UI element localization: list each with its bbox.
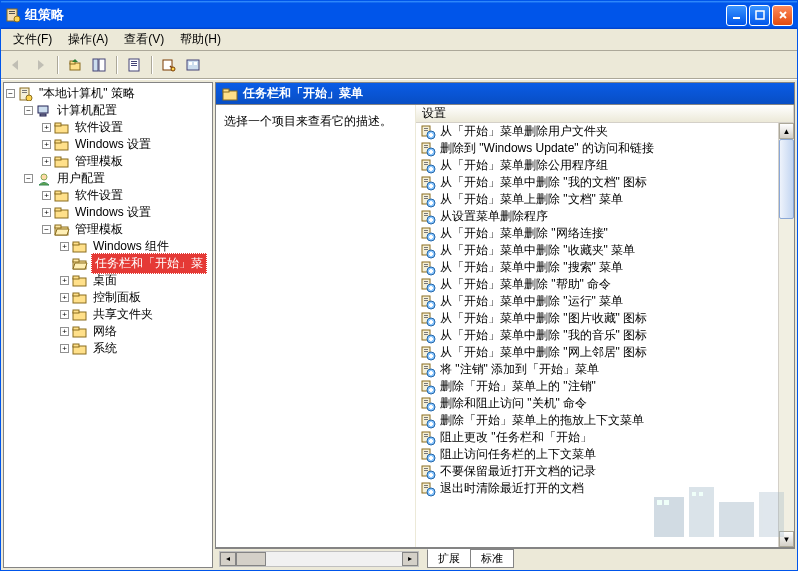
properties-button[interactable] <box>123 54 145 76</box>
tree-expander[interactable]: + <box>60 293 69 302</box>
svg-rect-157 <box>430 405 432 409</box>
tree-expander[interactable]: − <box>24 174 33 183</box>
tree-node-computer[interactable]: −计算机配置 <box>24 102 210 119</box>
tree-expander[interactable]: + <box>42 140 51 149</box>
scroll-up-button[interactable]: ▲ <box>779 123 794 139</box>
setting-icon <box>420 447 436 463</box>
tree-pane[interactable]: −"本地计算机" 策略−计算机配置+软件设置+Windows 设置+管理模板−用… <box>3 82 213 568</box>
tree-node-user[interactable]: −用户配置 <box>24 170 210 187</box>
tree-node-user-admin[interactable]: −管理模板 <box>42 221 210 238</box>
list-item-label: 从「开始」菜单删除 "网络连接" <box>440 225 608 242</box>
list-item[interactable]: 退出时清除最近打开的文档 <box>416 480 794 497</box>
scroll-right-button[interactable]: ▸ <box>402 552 418 566</box>
svg-rect-111 <box>424 281 428 282</box>
list-item[interactable]: 从「开始」菜单删除用户文件夹 <box>416 123 794 140</box>
maximize-button[interactable] <box>749 5 770 26</box>
policy-icon <box>18 87 34 101</box>
tab-extended[interactable]: 扩展 <box>427 549 471 568</box>
template-button[interactable] <box>182 54 204 76</box>
list-item[interactable]: 从「开始」菜单中删除 "搜索" 菜单 <box>416 259 794 276</box>
tree-expander[interactable]: − <box>24 106 33 115</box>
tree-node-user-windows[interactable]: +Windows 设置 <box>42 204 210 221</box>
folder-icon <box>54 223 70 237</box>
column-header-setting[interactable]: 设置 <box>416 105 794 122</box>
svg-rect-177 <box>424 468 428 469</box>
list-item[interactable]: 阻止访问任务栏的上下文菜单 <box>416 446 794 463</box>
tree-node-comp-1[interactable]: +Windows 设置 <box>42 136 210 153</box>
tree-node-root[interactable]: −"本地计算机" 策略 <box>6 85 210 102</box>
list-item[interactable]: 从「开始」菜单中删除 "运行" 菜单 <box>416 293 794 310</box>
svg-rect-117 <box>424 298 428 299</box>
svg-rect-112 <box>424 283 428 284</box>
list-item-label: 从「开始」菜单中删除 "网上邻居" 图标 <box>440 344 647 361</box>
detail-title: 任务栏和「开始」菜单 <box>243 85 363 102</box>
scroll-thumb-h[interactable] <box>236 552 266 566</box>
scroll-left-button[interactable]: ◂ <box>220 552 236 566</box>
list-item[interactable]: 删除和阻止访问 "关机" 命令 <box>416 395 794 412</box>
list-item[interactable]: 不要保留最近打开文档的记录 <box>416 463 794 480</box>
svg-rect-58 <box>424 130 428 131</box>
tree-node-taskbar-start[interactable]: +任务栏和「开始」菜 <box>60 255 210 272</box>
tree-node-admin-bot-4[interactable]: +系统 <box>60 340 210 357</box>
list-item[interactable]: 从「开始」菜单中删除 "图片收藏" 图标 <box>416 310 794 327</box>
list-item[interactable]: 从「开始」菜单中删除 "我的文档" 图标 <box>416 174 794 191</box>
list-item[interactable]: 删除到 "Windows Update" 的访问和链接 <box>416 140 794 157</box>
filter-button[interactable] <box>158 54 180 76</box>
list-item[interactable]: 将 "注销" 添加到「开始」菜单 <box>416 361 794 378</box>
list-item[interactable]: 从「开始」菜单删除 "帮助" 命令 <box>416 276 794 293</box>
list-item[interactable]: 阻止更改 "任务栏和「开始」 <box>416 429 794 446</box>
tree-node-admin-bot-2[interactable]: +共享文件夹 <box>60 306 210 323</box>
horizontal-scrollbar[interactable]: ◂ ▸ <box>219 551 419 567</box>
menu-view[interactable]: 查看(V) <box>116 29 172 50</box>
list-item[interactable]: 从「开始」菜单删除 "网络连接" <box>416 225 794 242</box>
tree-expander[interactable]: + <box>60 344 69 353</box>
menu-file[interactable]: 文件(F) <box>5 29 60 50</box>
tree-expander[interactable]: + <box>42 157 51 166</box>
tab-standard[interactable]: 标准 <box>470 549 514 568</box>
list-item[interactable]: 删除「开始」菜单上的 "注销" <box>416 378 794 395</box>
tree-label: 桌面 <box>91 272 119 289</box>
list-item[interactable]: 从「开始」菜单中删除 "收藏夹" 菜单 <box>416 242 794 259</box>
settings-list[interactable]: 从「开始」菜单删除用户文件夹删除到 "Windows Update" 的访问和链… <box>416 123 794 547</box>
svg-rect-26 <box>40 114 46 116</box>
svg-rect-85 <box>430 201 432 205</box>
list-item[interactable]: 从「开始」菜单上删除 "文档" 菜单 <box>416 191 794 208</box>
scroll-down-button[interactable]: ▼ <box>779 531 794 547</box>
list-item[interactable]: 从「开始」菜单中删除 "网上邻居" 图标 <box>416 344 794 361</box>
titlebar[interactable]: 组策略 <box>1 1 797 29</box>
tree-label: 共享文件夹 <box>91 306 155 323</box>
svg-rect-135 <box>424 349 428 350</box>
list-item[interactable]: 删除「开始」菜单上的拖放上下文菜单 <box>416 412 794 429</box>
tree-node-admin-bot-0[interactable]: +桌面 <box>60 272 210 289</box>
tree-expander[interactable]: + <box>60 242 69 251</box>
svg-rect-61 <box>430 133 432 137</box>
svg-rect-23 <box>22 92 27 93</box>
folder-icon <box>222 87 238 101</box>
vertical-scrollbar[interactable]: ▲ ▼ <box>778 123 794 547</box>
list-item[interactable]: 从「开始」菜单删除公用程序组 <box>416 157 794 174</box>
close-button[interactable] <box>772 5 793 26</box>
list-item[interactable]: 从设置菜单删除程序 <box>416 208 794 225</box>
scroll-thumb[interactable] <box>779 139 794 219</box>
list-item[interactable]: 从「开始」菜单中删除 "我的音乐" 图标 <box>416 327 794 344</box>
tree-expander[interactable]: + <box>42 208 51 217</box>
tree-node-comp-0[interactable]: +软件设置 <box>42 119 210 136</box>
menu-action[interactable]: 操作(A) <box>60 29 116 50</box>
tree-node-admin-bot-3[interactable]: +网络 <box>60 323 210 340</box>
tree-node-user-software[interactable]: +软件设置 <box>42 187 210 204</box>
tree-expander[interactable]: + <box>42 191 51 200</box>
tree-expander[interactable]: − <box>6 89 15 98</box>
menu-help[interactable]: 帮助(H) <box>172 29 229 50</box>
folder-icon <box>72 308 88 322</box>
tree-expander[interactable]: + <box>60 327 69 336</box>
tree-expander[interactable]: + <box>42 123 51 132</box>
minimize-button[interactable] <box>726 5 747 26</box>
tree-node-admin-bot-1[interactable]: +控制面板 <box>60 289 210 306</box>
tree-node-comp-2[interactable]: +管理模板 <box>42 153 210 170</box>
up-button[interactable] <box>64 54 86 76</box>
folder-icon <box>72 325 88 339</box>
show-hide-tree-button[interactable] <box>88 54 110 76</box>
tree-expander[interactable]: + <box>60 276 69 285</box>
tree-expander[interactable]: − <box>42 225 51 234</box>
tree-expander[interactable]: + <box>60 310 69 319</box>
